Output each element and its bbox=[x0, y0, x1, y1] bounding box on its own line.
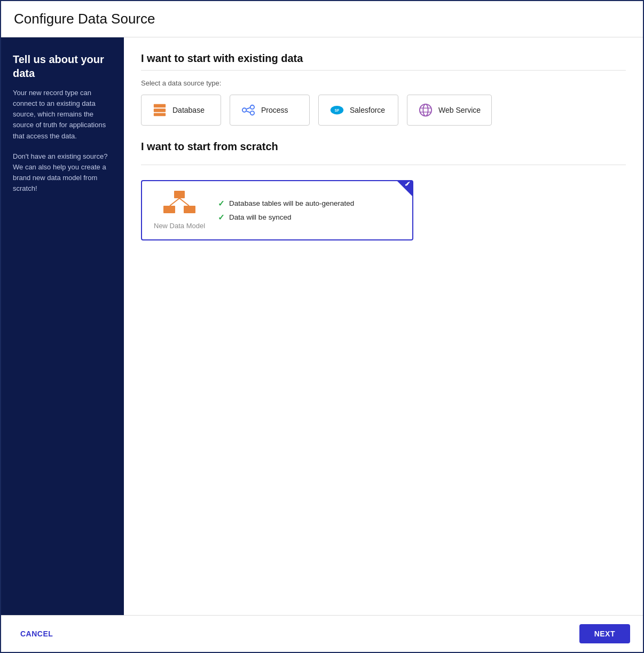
svg-line-7 bbox=[246, 111, 250, 113]
check-icon-2: ✓ bbox=[218, 213, 225, 222]
footer: CANCEL NEXT bbox=[1, 615, 643, 652]
scratch-section-divider bbox=[141, 165, 626, 165]
scratch-section: I want to start from scratch ✓ bbox=[141, 141, 626, 240]
next-button[interactable]: NEXT bbox=[579, 624, 630, 643]
source-cards-container: Database Process bbox=[141, 95, 626, 126]
sidebar: Tell us about your data Your new record … bbox=[1, 37, 124, 615]
model-feature-2: ✓ Data will be synced bbox=[218, 213, 354, 222]
database-icon bbox=[152, 103, 167, 118]
webservice-icon bbox=[418, 103, 433, 118]
svg-point-5 bbox=[250, 111, 254, 115]
new-data-model-card[interactable]: ✓ New Data Model bbox=[141, 180, 413, 240]
svg-point-3 bbox=[242, 108, 246, 112]
sidebar-text-1: Your new record type can connect to an e… bbox=[13, 88, 112, 142]
check-icon-1: ✓ bbox=[218, 199, 225, 208]
svg-rect-0 bbox=[154, 104, 166, 108]
model-icon-wrap: New Data Model bbox=[154, 191, 205, 230]
content-area: I want to start with existing data Selec… bbox=[124, 37, 643, 615]
webservice-card-label: Web Service bbox=[438, 106, 481, 114]
process-card-label: Process bbox=[261, 106, 288, 114]
source-card-salesforce[interactable]: SF Salesforce bbox=[318, 95, 398, 126]
existing-section-title: I want to start with existing data bbox=[141, 52, 626, 65]
svg-point-11 bbox=[423, 104, 428, 116]
sidebar-text-2: Don't have an existing source? We can al… bbox=[13, 151, 112, 195]
svg-line-16 bbox=[179, 198, 189, 206]
data-model-icon bbox=[162, 191, 197, 219]
existing-data-section: I want to start with existing data Selec… bbox=[141, 52, 626, 126]
model-feature-1-label: Database tables will be auto-generated bbox=[229, 199, 354, 207]
svg-text:SF: SF bbox=[335, 108, 339, 112]
svg-line-6 bbox=[246, 107, 250, 109]
existing-section-subtitle: Select a data source type: bbox=[141, 79, 626, 87]
database-card-label: Database bbox=[172, 106, 205, 114]
svg-point-4 bbox=[250, 105, 254, 109]
source-card-database[interactable]: Database bbox=[141, 95, 221, 126]
main-layout: Tell us about your data Your new record … bbox=[1, 37, 643, 615]
svg-point-10 bbox=[420, 104, 431, 116]
source-card-process[interactable]: Process bbox=[230, 95, 310, 126]
svg-line-15 bbox=[170, 198, 179, 206]
title-bar: Configure Data Source bbox=[1, 1, 643, 37]
existing-section-divider bbox=[141, 70, 626, 71]
model-card-label: New Data Model bbox=[154, 222, 205, 230]
svg-rect-1 bbox=[154, 108, 166, 112]
svg-rect-14 bbox=[174, 191, 185, 198]
source-card-webservice[interactable]: Web Service bbox=[407, 95, 492, 126]
process-icon bbox=[241, 103, 256, 118]
salesforce-card-label: Salesforce bbox=[350, 106, 385, 114]
salesforce-icon: SF bbox=[329, 103, 344, 118]
svg-rect-2 bbox=[154, 113, 166, 116]
model-feature-1: ✓ Database tables will be auto-generated bbox=[218, 199, 354, 208]
model-feature-2-label: Data will be synced bbox=[229, 213, 291, 221]
sidebar-heading: Tell us about your data bbox=[13, 52, 112, 80]
svg-rect-18 bbox=[184, 206, 195, 213]
model-features: ✓ Database tables will be auto-generated… bbox=[218, 199, 354, 222]
svg-rect-17 bbox=[163, 206, 175, 213]
cancel-button[interactable]: CANCEL bbox=[14, 625, 59, 642]
scratch-section-title: I want to start from scratch bbox=[141, 141, 626, 153]
page-title: Configure Data Source bbox=[14, 11, 630, 27]
selected-checkmark: ✓ bbox=[397, 181, 412, 196]
